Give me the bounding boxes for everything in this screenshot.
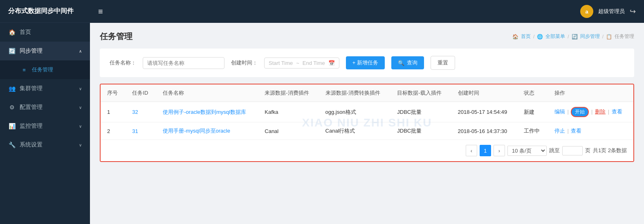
cell-index: 2 — [101, 122, 126, 140]
add-task-button[interactable]: + 新增任务 — [346, 56, 385, 69]
cell-target-load: JDBC批量 — [390, 102, 451, 122]
cell-create-time: 2018-05-17 14:54:49 — [451, 102, 517, 122]
main-content: ≡ a 超级管理员 ↪ 任务管理 🏠 首页 / 🌐 全部菜单 / 🔄 同步管理 … — [90, 0, 644, 224]
cluster-icon: 👥 — [8, 85, 16, 92]
col-source-consume: 来源数据-消费插件 — [258, 84, 319, 102]
page-total: 共1页 2条数据 — [593, 147, 627, 154]
col-task-name: 任务名称 — [156, 84, 258, 102]
breadcrumb-sync-icon: 🔄 — [572, 34, 578, 40]
cell-source-consume: Kafka — [258, 102, 319, 122]
cell-task-id: 32 — [126, 102, 156, 122]
start-time-placeholder: Start Time — [269, 60, 293, 66]
sidebar-item-monitor[interactable]: 📊 监控管理 ∨ — [0, 117, 90, 135]
chevron-down-icon: ∨ — [79, 86, 82, 91]
sidebar-item-label: 系统设置 — [20, 141, 43, 149]
cell-index: 1 — [101, 102, 126, 122]
table-header-row: 序号 任务ID 任务名称 来源数据-消费插件 来源数据-消费转换插件 目标数据-… — [101, 84, 633, 102]
cell-source-transform: Canal行格式 — [319, 122, 391, 140]
breadcrumb-current: 任务管理 — [615, 33, 634, 40]
menu-toggle-icon[interactable]: ≡ — [98, 7, 103, 16]
sidebar-item-label: 同步管理 — [20, 47, 43, 55]
user-name: 超级管理员 — [598, 8, 625, 15]
page-1-button[interactable]: 1 — [480, 145, 491, 156]
reset-button[interactable]: 重置 — [431, 56, 455, 70]
col-create-time: 创建时间 — [451, 84, 517, 102]
filter-bar: 任务名称： 创建时间： Start Time ~ End Time 📅 + 新增… — [100, 49, 634, 77]
search-icon: 🔍 — [398, 60, 404, 66]
sidebar-item-label: 任务管理 — [32, 66, 53, 73]
chevron-down-icon: ∨ — [79, 143, 82, 147]
cell-status: 工作中 — [517, 122, 548, 140]
config-icon: ⚙ — [8, 104, 16, 111]
col-task-id: 任务ID — [126, 84, 156, 102]
user-avatar: a — [580, 5, 593, 18]
cell-actions: 编辑 | 开始 | 删除 | 查看 — [548, 102, 633, 122]
sidebar-item-system[interactable]: 🔧 系统设置 ∨ — [0, 135, 90, 154]
content-area: 任务管理 🏠 首页 / 🌐 全部菜单 / 🔄 同步管理 / 📋 任务管理 任务名… — [90, 23, 644, 224]
sidebar-item-label: 监控管理 — [20, 122, 43, 130]
task-name-label: 任务名称： — [110, 59, 136, 67]
monitor-icon: 📊 — [8, 122, 16, 130]
logout-icon[interactable]: ↪ — [630, 7, 636, 16]
page-header: 任务管理 🏠 首页 / 🌐 全部菜单 / 🔄 同步管理 / 📋 任务管理 — [100, 31, 634, 42]
breadcrumb-home[interactable]: 首页 — [521, 33, 531, 40]
start-button[interactable]: 开始 — [571, 107, 589, 117]
col-target-load: 目标数据-载入插件 — [390, 84, 451, 102]
view-link[interactable]: 查看 — [571, 128, 581, 134]
create-time-label: 创建时间： — [231, 59, 258, 67]
table-row: 132使用例子-oracle数据到mysql数据库Kafkaogg.json格式… — [101, 102, 633, 122]
date-range-picker[interactable]: Start Time ~ End Time 📅 — [264, 58, 339, 69]
chevron-down-icon: ∨ — [79, 105, 82, 110]
sidebar-item-home[interactable]: 🏠 首页 — [0, 23, 90, 42]
cell-task-name: 使用例子-oracle数据到mysql数据库 — [156, 102, 258, 122]
topbar: ≡ a 超级管理员 ↪ — [90, 0, 644, 23]
task-icon: ≡ — [20, 66, 28, 73]
topbar-right: a 超级管理员 ↪ — [580, 5, 636, 18]
cell-source-consume: Canal — [258, 122, 319, 140]
sidebar-item-config[interactable]: ⚙ 配置管理 ∨ — [0, 98, 90, 117]
goto-page-input[interactable] — [562, 146, 583, 155]
breadcrumb-sync[interactable]: 同步管理 — [580, 33, 600, 40]
col-actions: 操作 — [548, 84, 633, 102]
next-page-button[interactable]: › — [494, 145, 505, 156]
breadcrumb-all-menu[interactable]: 全部菜单 — [545, 33, 565, 40]
sync-icon: 🔄 — [8, 47, 16, 55]
end-time-placeholder: End Time — [303, 60, 325, 66]
view-link[interactable]: 查看 — [612, 109, 622, 115]
system-icon: 🔧 — [8, 141, 16, 149]
table-row: 231使用手册-mysql同步至oracleCanalCanal行格式JDBC批… — [101, 122, 633, 140]
sidebar-item-cluster[interactable]: 👥 集群管理 ∨ — [0, 79, 90, 98]
sidebar-item-sync[interactable]: 🔄 同步管理 ∧ — [0, 42, 90, 60]
col-status: 状态 — [517, 84, 548, 102]
sidebar-item-label: 集群管理 — [20, 85, 43, 92]
chevron-down-icon: ∨ — [79, 124, 82, 129]
sidebar-item-label: 配置管理 — [20, 104, 43, 111]
calendar-icon: 📅 — [328, 60, 335, 66]
edit-link[interactable]: 编辑 — [554, 109, 565, 115]
prev-page-button[interactable]: ‹ — [466, 145, 477, 156]
cell-source-transform: ogg.json格式 — [319, 102, 391, 122]
cell-task-id: 31 — [126, 122, 156, 140]
query-button[interactable]: 🔍 查询 — [391, 56, 424, 69]
goto-label: 跳至 — [549, 147, 560, 154]
cell-actions: 停止 | 查看 — [548, 122, 633, 140]
cell-status: 新建 — [517, 102, 548, 122]
home-breadcrumb-icon: 🏠 — [512, 34, 518, 40]
col-source-transform: 来源数据-消费转换插件 — [319, 84, 391, 102]
sidebar-nav: 🏠 首页 🔄 同步管理 ∧ ≡ 任务管理 👥 集群管理 ∨ ⚙ 配置管理 ∨ 📊… — [0, 23, 90, 224]
date-sep: ~ — [296, 60, 299, 66]
sidebar: 分布式数据同步中间件 🏠 首页 🔄 同步管理 ∧ ≡ 任务管理 👥 集群管理 ∨… — [0, 0, 90, 224]
stop-link[interactable]: 停止 — [554, 128, 565, 134]
task-name-input[interactable] — [143, 57, 224, 69]
sidebar-item-task[interactable]: ≡ 任务管理 — [0, 60, 90, 79]
breadcrumb: 🏠 首页 / 🌐 全部菜单 / 🔄 同步管理 / 📋 任务管理 — [512, 33, 634, 40]
breadcrumb-all-icon: 🌐 — [537, 34, 543, 40]
home-icon: 🏠 — [8, 29, 16, 36]
chevron-up-icon: ∧ — [79, 49, 82, 53]
page-size-select[interactable]: 10 条/页 20 条/页 50 条/页 — [507, 146, 547, 156]
page-unit: 页 — [585, 147, 590, 154]
cell-task-name: 使用手册-mysql同步至oracle — [156, 122, 258, 140]
task-table: 序号 任务ID 任务名称 来源数据-消费插件 来源数据-消费转换插件 目标数据-… — [101, 84, 633, 140]
delete-link[interactable]: 删除 — [595, 109, 606, 115]
cell-create-time: 2018-05-16 14:37:30 — [451, 122, 517, 140]
